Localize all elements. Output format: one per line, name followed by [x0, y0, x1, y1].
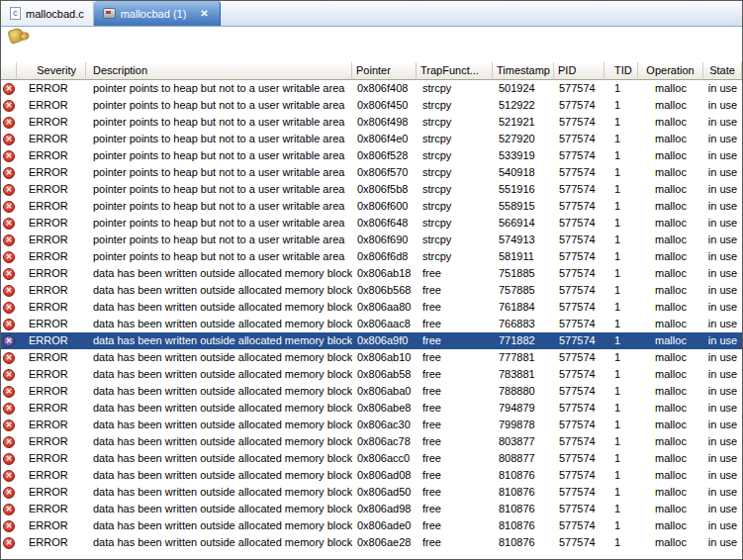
column-header-pid[interactable]: PID — [554, 62, 604, 80]
tab-mallocbad-c[interactable]: c mallocbad.c — [1, 1, 94, 26]
operation-cell: malloc — [638, 400, 703, 417]
timestamp-cell: 761884 — [493, 299, 554, 316]
description-cell: pointer points to heap but not to a user… — [86, 232, 352, 248]
trapfunction-cell: free — [417, 501, 493, 517]
trapfunction-cell: strcpy — [417, 97, 493, 114]
table-row[interactable]: ✕ ERROR data has been written outside al… — [1, 265, 742, 282]
trapfunction-cell: strcpy — [417, 215, 493, 232]
table-row[interactable]: ✕ ERROR data has been written outside al… — [1, 501, 742, 517]
pid-cell: 577574 — [554, 232, 604, 248]
severity-icon-cell: ✕ — [1, 282, 17, 299]
severity-icon-cell: ✕ — [1, 114, 17, 131]
severity-cell: ERROR — [17, 181, 86, 198]
table-row[interactable]: ✕ ERROR pointer points to heap but not t… — [1, 131, 742, 147]
operation-cell: malloc — [638, 433, 703, 450]
table-row[interactable]: ✕ ERROR data has been written outside al… — [1, 534, 742, 551]
column-header-description[interactable]: Description — [86, 62, 352, 80]
table-row[interactable]: ✕ ERROR pointer points to heap but not t… — [1, 164, 742, 181]
table-row[interactable]: ✕ ERROR data has been written outside al… — [1, 299, 742, 316]
c-file-icon: c — [10, 7, 21, 20]
column-header-operation[interactable]: Operation — [638, 62, 703, 80]
description-cell: data has been written outside allocated … — [86, 316, 352, 332]
description-cell: data has been written outside allocated … — [86, 517, 352, 534]
severity-icon-cell: ✕ — [1, 232, 17, 248]
table-row[interactable]: ✕ ERROR pointer points to heap but not t… — [1, 114, 742, 131]
column-header-state[interactable]: State — [703, 62, 742, 80]
table-row[interactable]: ✕ ERROR data has been written outside al… — [1, 282, 742, 299]
table-row[interactable]: ✕ ERROR data has been written outside al… — [1, 316, 742, 332]
severity-cell: ERROR — [17, 349, 86, 366]
table-row[interactable]: ✕ ERROR pointer points to heap but not t… — [1, 215, 742, 232]
close-icon[interactable]: ✕ — [198, 8, 210, 20]
state-cell: in use — [703, 97, 742, 114]
description-cell: pointer points to heap but not to a user… — [86, 248, 352, 265]
trapfunction-cell: free — [417, 517, 493, 534]
column-header-timestamp[interactable]: Timestamp — [493, 62, 554, 80]
error-icon: ✕ — [3, 150, 15, 162]
state-cell: in use — [703, 366, 742, 383]
table-row[interactable]: ✕ ERROR data has been written outside al… — [1, 417, 742, 433]
table-row[interactable]: ✕ ERROR data has been written outside al… — [1, 484, 742, 501]
error-icon: ✕ — [3, 369, 15, 381]
severity-cell: ERROR — [17, 332, 86, 349]
table-row[interactable]: ✕ ERROR pointer points to heap but not t… — [1, 80, 742, 97]
table-row[interactable]: ✕ ERROR pointer points to heap but not t… — [1, 181, 742, 198]
operation-cell: malloc — [638, 80, 703, 97]
severity-cell: ERROR — [17, 131, 86, 147]
table-row[interactable]: ✕ ERROR data has been written outside al… — [1, 517, 742, 534]
trapfunction-cell: strcpy — [417, 198, 493, 215]
table-row[interactable]: ✕ ERROR data has been written outside al… — [1, 349, 742, 366]
severity-icon-cell: ✕ — [1, 198, 17, 215]
state-cell: in use — [703, 215, 742, 232]
severity-icon-cell: ✕ — [1, 484, 17, 501]
description-cell: pointer points to heap but not to a user… — [86, 147, 352, 164]
pid-cell: 577574 — [554, 265, 604, 282]
table-row[interactable]: ✕ ERROR data has been written outside al… — [1, 400, 742, 417]
severity-cell: ERROR — [17, 400, 86, 417]
table-row[interactable]: ✕ ERROR pointer points to heap but not t… — [1, 97, 742, 114]
timestamp-cell: 566914 — [493, 215, 554, 232]
description-cell: data has been written outside allocated … — [86, 467, 352, 484]
error-icon: ✕ — [3, 285, 15, 297]
severity-cell: ERROR — [17, 433, 86, 450]
timestamp-cell: 777881 — [493, 349, 554, 366]
table-row[interactable]: ✕ ERROR pointer points to heap but not t… — [1, 198, 742, 215]
trapfunction-cell: strcpy — [417, 181, 493, 198]
tid-cell: 1 — [604, 383, 638, 400]
operation-cell: malloc — [638, 164, 703, 181]
tid-cell: 1 — [604, 97, 638, 114]
state-cell: in use — [703, 501, 742, 517]
severity-cell: ERROR — [17, 164, 86, 181]
tab-label: mallocbad.c — [26, 8, 84, 20]
operation-cell: malloc — [638, 450, 703, 467]
tid-cell: 1 — [604, 484, 638, 501]
severity-cell: ERROR — [17, 248, 86, 265]
pid-cell: 577574 — [554, 517, 604, 534]
table-row[interactable]: ✕ ERROR pointer points to heap but not t… — [1, 147, 742, 164]
pointer-cell: 0x806f528 — [352, 147, 417, 164]
table-row[interactable]: ✕ ERROR data has been written outside al… — [1, 433, 742, 450]
pointer-cell: 0x806ad50 — [352, 484, 417, 501]
error-icon: ✕ — [3, 184, 15, 196]
table-row[interactable]: ✕ ERROR data has been written outside al… — [1, 366, 742, 383]
table-row[interactable]: ✕ ERROR data has been written outside al… — [1, 383, 742, 400]
tid-cell: 1 — [604, 501, 638, 517]
tab-mallocbad-1[interactable]: mallocbad (1) ✕ — [94, 1, 221, 26]
table-row[interactable]: ✕ ERROR data has been written outside al… — [1, 450, 742, 467]
table-row[interactable]: ✕ ERROR pointer points to heap but not t… — [1, 232, 742, 248]
column-header-severity[interactable]: Severity — [17, 62, 86, 80]
table-row[interactable]: ✕ ERROR pointer points to heap but not t… — [1, 248, 742, 265]
column-header-tid[interactable]: TID — [604, 62, 638, 80]
operation-cell: malloc — [638, 366, 703, 383]
column-header-icon[interactable] — [1, 62, 17, 80]
pointer-cell: 0x806f570 — [352, 164, 417, 181]
severity-icon-cell: ✕ — [1, 383, 17, 400]
column-header-pointer[interactable]: Pointer — [352, 62, 417, 80]
table-row[interactable]: ✕ ERROR data has been written outside al… — [1, 332, 742, 349]
column-header-trapfunction[interactable]: TrapFunct... — [417, 62, 493, 80]
operation-cell: malloc — [638, 248, 703, 265]
tid-cell: 1 — [604, 400, 638, 417]
operation-cell: malloc — [638, 517, 703, 534]
table-row[interactable]: ✕ ERROR data has been written outside al… — [1, 467, 742, 484]
pointer-cell: 0x806abe8 — [352, 400, 417, 417]
